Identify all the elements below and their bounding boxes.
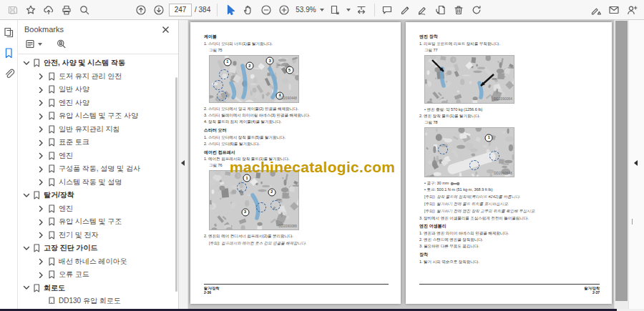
next-page-icon[interactable] (150, 1, 167, 19)
bookmark-item[interactable]: 유압 시스템 및 구조 사양 (18, 109, 178, 123)
ink-sign-icon[interactable] (414, 1, 432, 19)
delete-icon[interactable] (450, 1, 468, 19)
vertical-scrollbar[interactable] (614, 20, 628, 309)
bookmark-item[interactable]: 엔진 (18, 149, 178, 163)
footer-page-number: 2-37 (419, 290, 600, 295)
zoom-level-value[interactable]: 53.9% (296, 6, 316, 14)
bookmark-item[interactable]: 엔진 (18, 202, 178, 216)
chevron-right-icon[interactable] (37, 125, 45, 133)
bookmark-item[interactable]: 일반 유지관리 지침 (18, 123, 178, 137)
bookmark-item[interactable]: 시스템 작동 및 설명 (18, 176, 178, 189)
chevron-right-icon[interactable] (37, 218, 45, 226)
bookmark-item[interactable]: 오류 코드 (18, 268, 178, 282)
bookmark-item[interactable]: 전기 및 전자 (18, 229, 178, 242)
previous-page-icon[interactable] (132, 1, 150, 19)
search-icon[interactable] (75, 1, 93, 19)
page-number-input[interactable]: 247 (169, 4, 192, 16)
page-fit-icon[interactable] (326, 1, 344, 19)
bookmark-item[interactable]: 일반 사양 (18, 83, 178, 97)
chevron-right-icon[interactable] (37, 204, 45, 212)
panel-scrollbar-thumb[interactable] (175, 77, 177, 292)
procedure-step: 1. 스타터 모터에서 장착 볼트(5)를 탈거합니다. (204, 135, 389, 141)
attachments-icon[interactable] (2, 67, 15, 80)
page-right-footer: 탈거/장착 2-37 (419, 284, 600, 296)
section-heading: 엔진 어셈블리 (419, 223, 600, 229)
zoom-in-icon[interactable] (275, 1, 293, 19)
comment-icon[interactable] (379, 1, 396, 19)
highlight-pen-icon[interactable] (396, 1, 414, 19)
fit-width-icon[interactable] (353, 1, 371, 19)
save-icon[interactable] (4, 1, 21, 19)
bolt-highlight-ring (217, 91, 227, 101)
bookmarks-tree: 안전, 사양 및 시스템 작동도저 유지 관리 안전일반 사양엔진 사양유압 시… (18, 54, 178, 304)
bookmark-icon (33, 244, 41, 253)
acrobat-window: 247 / 384 53.9% (0, 0, 644, 311)
bolt-highlight-ring (270, 200, 280, 210)
spec-bullet: • 토크: 500.1 N·m (51 kg·m, 368.9 ft lb) (419, 187, 600, 193)
hand-pan-icon[interactable] (239, 1, 257, 19)
bookmark-icon (48, 138, 56, 147)
chevron-right-icon[interactable] (37, 112, 45, 120)
bookmark-item[interactable]: 유압 시스템 및 구조 (18, 215, 178, 229)
chevron-down-icon[interactable] (22, 245, 30, 252)
chevron-down-icon[interactable] (22, 59, 30, 67)
bookmark-item[interactable]: 구성품 작동, 설명 및 검사 (18, 162, 178, 176)
chevron-right-icon[interactable] (37, 165, 45, 173)
expand-tools-arrow[interactable] (634, 160, 638, 166)
chevron-down-icon[interactable] (22, 192, 30, 199)
chevron-right-icon[interactable] (37, 257, 45, 265)
zoom-dropdown-caret[interactable] (320, 9, 324, 11)
chevron-right-icon[interactable] (37, 86, 45, 94)
share-cloud-icon[interactable] (39, 1, 57, 19)
refresh-icon[interactable] (468, 1, 486, 19)
bookmark-item[interactable]: 표준 토크 (18, 136, 178, 149)
bookmarks-panel-icon[interactable] (2, 46, 15, 59)
chevron-right-icon[interactable] (37, 271, 45, 279)
bookmark-options-icon[interactable] (25, 39, 44, 49)
bookmark-icon (48, 71, 56, 81)
bolt-highlight-ring (256, 202, 266, 212)
bookmark-icon (33, 283, 41, 292)
bookmark-item[interactable]: 도저 유지 관리 안전 (18, 70, 178, 84)
email-icon[interactable] (605, 1, 623, 19)
figure-caption: 그림 76 (204, 163, 389, 169)
chevron-right-icon[interactable] (37, 231, 45, 239)
bookmark-icon (48, 270, 56, 280)
zoom-out-icon[interactable] (257, 1, 275, 19)
technical-figure: DD2090064 (424, 55, 514, 104)
expand-bookmark-search-icon[interactable] (56, 39, 67, 49)
bookmark-item[interactable]: 배선 하네스 레이아웃 (18, 255, 178, 269)
print-icon[interactable] (57, 1, 75, 19)
bookmark-item[interactable]: 엔진 사양 (18, 97, 178, 110)
star-favorite-icon[interactable] (21, 1, 39, 19)
fill-sign-icon[interactable] (587, 1, 605, 19)
procedure-step: 1. 탈거 시의 역순으로 장착합니다. (419, 260, 600, 265)
scrollbar-thumb[interactable] (615, 21, 628, 301)
account-add-icon[interactable] (623, 1, 640, 19)
close-panel-icon[interactable] (161, 24, 171, 34)
callout-number: 5 (286, 66, 293, 74)
bookmark-item[interactable]: 탈거/장착 (18, 189, 178, 202)
section-heading: 에어컨 컴프레서 (204, 149, 389, 156)
chevron-right-icon[interactable] (37, 152, 45, 159)
chevron-right-icon[interactable] (37, 139, 45, 147)
bookmark-item[interactable]: 고장 진단 가이드 (18, 242, 178, 255)
select-tool-icon[interactable] (221, 1, 239, 19)
note-line: [주의]: 장착 볼트에 접착제(록타이트 #242)를 바릅니다. (419, 194, 600, 200)
bookmark-icon (48, 230, 56, 240)
page-fit-caret[interactable] (346, 9, 351, 11)
bookmark-icon (33, 59, 41, 68)
chevron-right-icon[interactable] (37, 178, 45, 186)
chevron-right-icon[interactable] (37, 72, 45, 80)
callout-number: 1 (223, 58, 231, 66)
bookmark-item[interactable]: DD130 유압 회로도 (18, 295, 178, 304)
technical-figure: 123DD2090088 (209, 170, 299, 230)
organize-pages-icon[interactable] (432, 1, 450, 19)
chevron-right-icon[interactable] (37, 99, 45, 107)
bookmark-item[interactable]: 안전, 사양 및 시스템 작동 (18, 56, 178, 70)
collapse-panel-arrow[interactable] (181, 160, 185, 166)
bookmark-item[interactable]: 회로도 (18, 282, 178, 295)
procedure-step: 2. 스타터 모터(6)를 탈거합니다. (204, 142, 389, 147)
page-thumbnails-icon[interactable] (2, 26, 15, 39)
chevron-down-icon[interactable] (22, 284, 30, 292)
